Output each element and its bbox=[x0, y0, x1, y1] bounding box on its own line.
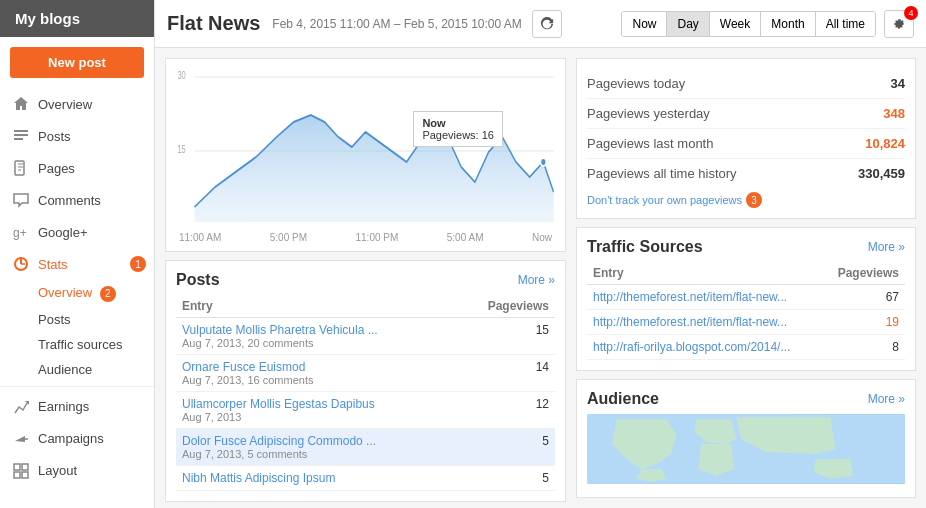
time-btn-alltime[interactable]: All time bbox=[816, 12, 875, 36]
home-icon bbox=[12, 95, 30, 113]
sidebar-sub-traffic[interactable]: Traffic sources bbox=[0, 332, 154, 357]
posts-header: Posts More » bbox=[176, 271, 555, 289]
time-btn-month[interactable]: Month bbox=[761, 12, 815, 36]
svg-rect-2 bbox=[14, 138, 23, 140]
post-link[interactable]: Ullamcorper Mollis Egestas Dapibus bbox=[182, 397, 375, 411]
topbar: Flat News Feb 4, 2015 11:00 AM – Feb 5, … bbox=[155, 0, 926, 48]
sidebar-header: My blogs bbox=[0, 0, 154, 37]
campaigns-icon bbox=[12, 430, 30, 448]
sidebar-item-label: Comments bbox=[38, 193, 101, 208]
traffic-link[interactable]: http://themeforest.net/item/flat-new... bbox=[593, 315, 787, 329]
sidebar-item-label: Campaigns bbox=[38, 431, 104, 446]
traffic-more-link[interactable]: More » bbox=[868, 240, 905, 254]
time-btn-week[interactable]: Week bbox=[710, 12, 761, 36]
refresh-button[interactable] bbox=[532, 10, 562, 38]
sidebar-item-label: Google+ bbox=[38, 225, 88, 240]
post-meta: Aug 7, 2013 bbox=[182, 411, 450, 423]
sidebar-item-label: Overview bbox=[38, 97, 92, 112]
post-link[interactable]: Ornare Fusce Euismod bbox=[182, 360, 305, 374]
axis-label: 5:00 PM bbox=[270, 232, 307, 243]
post-meta: Aug 7, 2013, 16 comments bbox=[182, 374, 450, 386]
audience-title: Audience bbox=[587, 390, 659, 408]
stat-label: Pageviews today bbox=[587, 76, 685, 91]
sidebar-item-pages[interactable]: Pages bbox=[0, 152, 154, 184]
svg-rect-10 bbox=[22, 472, 28, 478]
sidebar-sub-audience[interactable]: Audience bbox=[0, 357, 154, 382]
chart-svg: 30 15 bbox=[174, 67, 557, 227]
traffic-link[interactable]: http://themeforest.net/item/flat-new... bbox=[593, 290, 787, 304]
new-post-button[interactable]: New post bbox=[10, 47, 144, 78]
stat-row: Pageviews yesterday 348 bbox=[587, 99, 905, 129]
post-entry: Ornare Fusce Euismod Aug 7, 2013, 16 com… bbox=[176, 355, 456, 392]
axis-label: 5:00 AM bbox=[447, 232, 484, 243]
chart-x-axis: 11:00 AM 5:00 PM 11:00 PM 5:00 AM Now bbox=[174, 230, 557, 243]
settings-button[interactable]: 4 bbox=[884, 10, 914, 38]
dont-track-text: Don't track your own pageviews bbox=[587, 194, 742, 206]
traffic-link[interactable]: http://rafi-orilya.blogspot.com/2014/... bbox=[593, 340, 790, 354]
sidebar-sub-overview[interactable]: Overview 2 bbox=[0, 280, 154, 307]
sidebar-item-label: Earnings bbox=[38, 399, 89, 414]
table-row: Dolor Fusce Adipiscing Commodo ... Aug 7… bbox=[176, 429, 555, 466]
audience-section: Audience More » bbox=[576, 379, 916, 498]
layout-icon bbox=[12, 462, 30, 480]
stat-label: Pageviews last month bbox=[587, 136, 713, 151]
time-btn-day[interactable]: Day bbox=[667, 12, 709, 36]
traffic-section: Traffic Sources More » Entry Pageviews h… bbox=[576, 227, 916, 371]
map-placeholder bbox=[587, 414, 905, 484]
stat-value: 330,459 bbox=[858, 166, 905, 181]
post-entry: Vulputate Mollis Pharetra Vehicula ... A… bbox=[176, 318, 456, 355]
left-panel: 30 15 11:00 AM 5:00 PM 11:00 PM 5 bbox=[165, 58, 566, 498]
sidebar-item-overview[interactable]: Overview bbox=[0, 88, 154, 120]
svg-marker-15 bbox=[195, 115, 554, 222]
posts-section: Posts More » Entry Pageviews Vulputate M… bbox=[165, 260, 566, 502]
stat-row: Pageviews today 34 bbox=[587, 69, 905, 99]
posts-table: Entry Pageviews Vulputate Mollis Pharetr… bbox=[176, 295, 555, 491]
post-link[interactable]: Vulputate Mollis Pharetra Vehicula ... bbox=[182, 323, 378, 337]
sidebar-item-stats[interactable]: Stats 1 bbox=[0, 248, 154, 280]
svg-text:g+: g+ bbox=[13, 226, 27, 240]
right-panel: Pageviews today 34 Pageviews yesterday 3… bbox=[576, 58, 916, 498]
audience-more-link[interactable]: More » bbox=[868, 392, 905, 406]
stats-badge: 1 bbox=[130, 256, 146, 272]
stat-label: Pageviews all time history bbox=[587, 166, 737, 181]
svg-rect-7 bbox=[14, 464, 20, 470]
dont-track-link[interactable]: Don't track your own pageviews 3 bbox=[587, 188, 905, 208]
sidebar-sub-posts[interactable]: Posts bbox=[0, 307, 154, 332]
table-row: Nibh Mattis Adipiscing Ipsum 5 bbox=[176, 466, 555, 491]
post-link[interactable]: Nibh Mattis Adipiscing Ipsum bbox=[182, 471, 335, 485]
sidebar-item-layout[interactable]: Layout bbox=[0, 455, 154, 487]
traffic-col-pageviews: Pageviews bbox=[822, 262, 905, 285]
post-link[interactable]: Dolor Fusce Adipiscing Commodo ... bbox=[182, 434, 376, 448]
main-content: Flat News Feb 4, 2015 11:00 AM – Feb 5, … bbox=[155, 0, 926, 508]
svg-rect-9 bbox=[14, 472, 20, 478]
axis-label: 11:00 PM bbox=[355, 232, 398, 243]
sidebar-item-label: Posts bbox=[38, 129, 71, 144]
sidebar-item-googleplus[interactable]: g+ Google+ bbox=[0, 216, 154, 248]
traffic-pageviews: 67 bbox=[822, 285, 905, 310]
table-row: Vulputate Mollis Pharetra Vehicula ... A… bbox=[176, 318, 555, 355]
stat-value: 348 bbox=[883, 106, 905, 121]
posts-col-entry: Entry bbox=[176, 295, 456, 318]
sidebar-item-campaigns[interactable]: Campaigns bbox=[0, 423, 154, 455]
sidebar-item-label: Stats bbox=[38, 257, 68, 272]
post-pageviews: 5 bbox=[456, 466, 555, 491]
posts-more-link[interactable]: More » bbox=[518, 273, 555, 287]
chart-container: 30 15 11:00 AM 5:00 PM 11:00 PM 5 bbox=[165, 58, 566, 252]
sidebar-item-comments[interactable]: Comments bbox=[0, 184, 154, 216]
post-pageviews: 12 bbox=[456, 392, 555, 429]
table-row: http://themeforest.net/item/flat-new... … bbox=[587, 285, 905, 310]
content-area: 30 15 11:00 AM 5:00 PM 11:00 PM 5 bbox=[155, 48, 926, 508]
time-button-group: Now Day Week Month All time bbox=[621, 11, 876, 37]
traffic-pageviews: 8 bbox=[822, 335, 905, 360]
blog-title: Flat News bbox=[167, 12, 260, 35]
post-entry: Dolor Fusce Adipiscing Commodo ... Aug 7… bbox=[176, 429, 456, 466]
svg-rect-1 bbox=[14, 134, 28, 136]
time-btn-now[interactable]: Now bbox=[622, 12, 667, 36]
overview-badge: 2 bbox=[100, 286, 116, 302]
table-row: http://themeforest.net/item/flat-new... … bbox=[587, 310, 905, 335]
sidebar-item-earnings[interactable]: Earnings bbox=[0, 391, 154, 423]
stat-row: Pageviews last month 10,824 bbox=[587, 129, 905, 159]
traffic-url: http://rafi-orilya.blogspot.com/2014/... bbox=[587, 335, 822, 360]
sidebar-item-posts[interactable]: Posts bbox=[0, 120, 154, 152]
stat-label: Pageviews yesterday bbox=[587, 106, 710, 121]
